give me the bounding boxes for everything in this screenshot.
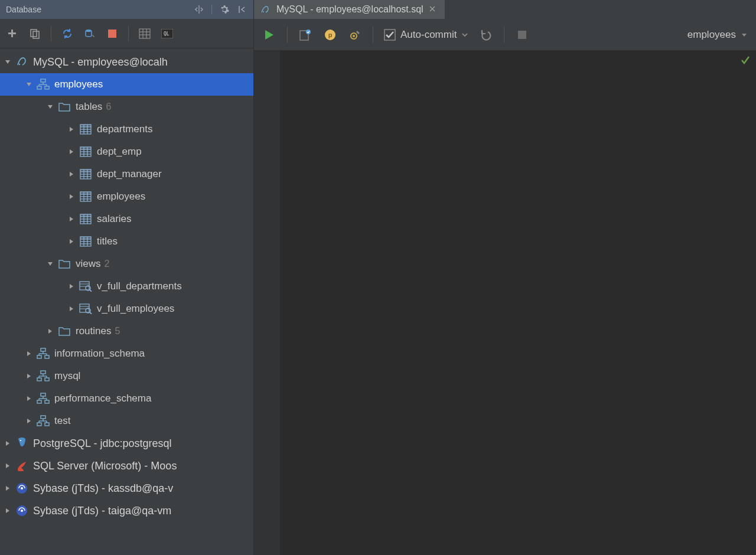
- folder-node[interactable]: views2: [0, 253, 253, 275]
- database-sidebar: Database QL MySQL - employees@localhempl…: [0, 0, 254, 555]
- gear-icon[interactable]: [219, 4, 230, 15]
- expand-arrow-icon[interactable]: [46, 103, 54, 111]
- folder-node[interactable]: tables6: [0, 96, 253, 118]
- auto-commit-toggle[interactable]: Auto-commit: [384, 29, 468, 41]
- node-label: employees: [54, 79, 103, 90]
- editor-content[interactable]: [280, 51, 756, 555]
- split-icon[interactable]: [194, 4, 204, 15]
- svg-point-121: [20, 440, 21, 441]
- explain-plan-icon[interactable]: [298, 28, 312, 42]
- expand-arrow-icon[interactable]: [46, 327, 54, 335]
- expand-arrow-icon[interactable]: [4, 58, 12, 66]
- expand-arrow-icon[interactable]: [4, 484, 12, 492]
- count-badge: 6: [106, 102, 111, 112]
- wrench-db-icon[interactable]: [83, 27, 96, 40]
- svg-rect-3: [8, 32, 16, 34]
- expand-arrow-icon[interactable]: [25, 372, 33, 380]
- expand-arrow-icon[interactable]: [25, 394, 33, 403]
- table-icon[interactable]: [138, 27, 151, 40]
- sybase-icon: [15, 482, 28, 495]
- view-node[interactable]: v_full_employees: [0, 298, 253, 320]
- folder-icon: [58, 325, 71, 338]
- rollback-icon[interactable]: [479, 28, 493, 42]
- connection-node[interactable]: PostgreSQL - jdbc:postgresql: [0, 432, 253, 455]
- divider: [287, 27, 288, 43]
- stop-icon[interactable]: [106, 27, 119, 40]
- expand-arrow-icon[interactable]: [67, 125, 76, 133]
- database-tree[interactable]: MySQL - employees@localhemployeestables6…: [0, 48, 253, 555]
- expand-arrow-icon[interactable]: [67, 282, 76, 290]
- schema-node[interactable]: mysql: [0, 365, 253, 387]
- svg-marker-25: [48, 105, 53, 109]
- svg-marker-120: [6, 441, 9, 446]
- count-badge: 2: [105, 259, 110, 269]
- table-node[interactable]: salaries: [0, 208, 253, 230]
- settings-icon[interactable]: [348, 28, 362, 42]
- connection-node[interactable]: Sybase (jTds) - kassdb@qa-v: [0, 477, 253, 500]
- expand-arrow-icon[interactable]: [67, 237, 76, 246]
- hide-icon[interactable]: [237, 4, 247, 15]
- view-icon: [79, 302, 92, 315]
- expand-arrow-icon[interactable]: [25, 80, 33, 89]
- expand-arrow-icon[interactable]: [67, 192, 76, 201]
- schema-icon: [37, 347, 50, 360]
- mysql-icon: [15, 56, 28, 68]
- panel-header: Database: [0, 0, 253, 19]
- schema-node[interactable]: test: [0, 410, 253, 432]
- view-node[interactable]: v_full_departments: [0, 275, 253, 298]
- svg-rect-89: [41, 348, 45, 351]
- folder-node[interactable]: routines5: [0, 320, 253, 342]
- expand-arrow-icon[interactable]: [46, 260, 54, 268]
- svg-rect-113: [41, 416, 45, 419]
- svg-line-80: [90, 290, 92, 292]
- refresh-icon[interactable]: [61, 27, 74, 40]
- svg-marker-81: [70, 306, 73, 311]
- svg-marker-122: [6, 463, 9, 468]
- expand-arrow-icon[interactable]: [4, 462, 12, 470]
- expand-arrow-icon[interactable]: [4, 439, 12, 448]
- svg-text:p: p: [328, 31, 333, 38]
- schema-icon: [37, 392, 50, 405]
- stop-query-icon[interactable]: [515, 28, 529, 42]
- table-node[interactable]: dept_emp: [0, 141, 253, 163]
- svg-rect-97: [41, 371, 45, 374]
- node-label: tables: [76, 101, 102, 113]
- connection-node[interactable]: SQL Server (Microsoft) - Moos: [0, 455, 253, 477]
- editor-area[interactable]: [254, 51, 756, 555]
- connection-node[interactable]: MySQL - employees@localh: [0, 51, 253, 73]
- expand-arrow-icon[interactable]: [25, 350, 33, 358]
- svg-marker-126: [6, 508, 9, 513]
- auto-commit-label: Auto-commit: [400, 29, 457, 41]
- svg-rect-18: [41, 79, 45, 82]
- params-icon[interactable]: p: [323, 28, 337, 42]
- schema-node[interactable]: performance_schema: [0, 387, 253, 410]
- svg-marker-123: [6, 486, 9, 491]
- expand-arrow-icon[interactable]: [67, 148, 76, 156]
- schema-node[interactable]: information_schema: [0, 342, 253, 365]
- schema-icon: [37, 370, 50, 383]
- tab-sql-file[interactable]: MySQL - employees@localhost.sql: [254, 0, 445, 19]
- svg-point-134: [306, 30, 311, 34]
- svg-rect-114: [37, 423, 41, 426]
- console-icon[interactable]: QL: [161, 27, 174, 40]
- expand-arrow-icon[interactable]: [67, 215, 76, 223]
- schema-node[interactable]: employees: [0, 73, 253, 96]
- copy-icon[interactable]: [28, 27, 41, 40]
- schema-selector[interactable]: employees: [687, 29, 748, 41]
- table-node[interactable]: titles: [0, 230, 253, 253]
- add-icon[interactable]: [6, 27, 19, 40]
- table-node[interactable]: departments: [0, 118, 253, 141]
- run-icon[interactable]: [262, 28, 276, 42]
- expand-arrow-icon[interactable]: [67, 305, 76, 313]
- table-node[interactable]: employees: [0, 185, 253, 208]
- close-icon[interactable]: [429, 6, 436, 13]
- connection-node[interactable]: Sybase (jTds) - taiga@qa-vm: [0, 500, 253, 522]
- svg-marker-104: [27, 396, 31, 401]
- expand-arrow-icon[interactable]: [4, 507, 12, 515]
- table-node[interactable]: dept_manager: [0, 163, 253, 185]
- node-label: mysql: [54, 370, 80, 382]
- svg-rect-99: [45, 378, 49, 381]
- folder-icon: [58, 100, 71, 113]
- expand-arrow-icon[interactable]: [67, 170, 76, 178]
- expand-arrow-icon[interactable]: [25, 417, 33, 425]
